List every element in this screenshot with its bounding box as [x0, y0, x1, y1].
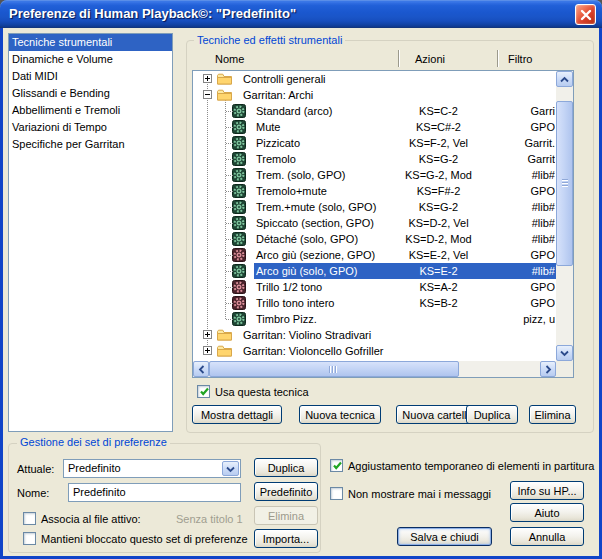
- tree-row[interactable]: Spiccato (section, GPO) KS=D-2, Vel #lib…: [193, 215, 556, 231]
- tree-row[interactable]: Trem.+mute (solo, GPO) KS=G-2 #lib#: [193, 199, 556, 215]
- technique-name: Détaché (solo, GPO): [256, 231, 358, 247]
- technique-name: Trillo tono intero: [256, 295, 334, 311]
- category-item[interactable]: Glissandi e Bending: [9, 85, 172, 102]
- technique-name: Arco giù (solo, GPO): [256, 263, 357, 279]
- preference-sets-groupbox: Gestione dei set di preferenze Attuale: …: [8, 443, 321, 553]
- technique-name: Standard (arco): [256, 103, 332, 119]
- technique-name: Timbro Pizz.: [256, 311, 317, 327]
- category-item[interactable]: Dinamiche e Volume: [9, 51, 172, 68]
- chevron-left-icon: [198, 365, 205, 374]
- tree-row[interactable]: Standard (arco) KS=C-2 Garri: [193, 103, 556, 119]
- tree-line-stub: [226, 175, 233, 176]
- tree-line-stub: [226, 239, 233, 240]
- technique-filter: GPO: [433, 295, 555, 311]
- combo-dropdown-button[interactable]: [222, 461, 239, 476]
- techniques-group-title: Tecniche ed effetti strumentali: [194, 34, 345, 46]
- tree-line-stub: [226, 303, 233, 304]
- expand-toggle-icon[interactable]: [203, 74, 212, 83]
- tree-row[interactable]: Mute KS=C#-2 GPO: [193, 119, 556, 135]
- techniques-tree-box[interactable]: Controlli generali: [192, 70, 574, 378]
- column-header-filter: Filtro: [508, 53, 532, 65]
- tree-row[interactable]: Arco giù (sezione, GPO) KS=E-2, Vel GPO: [193, 247, 556, 263]
- tree-row[interactable]: Garritan: Violino Stradivari: [193, 327, 556, 343]
- duplicate-technique-button[interactable]: Duplica: [466, 405, 518, 424]
- tree-row[interactable]: Tremolo+mute KS=F#-2 GPO: [193, 183, 556, 199]
- horizontal-scroll-thumb[interactable]: [209, 361, 459, 377]
- category-item[interactable]: Specifiche per Garritan: [9, 136, 172, 153]
- technique-filter: GPO: [433, 183, 555, 199]
- technique-name: Garritan: Archi: [243, 87, 313, 103]
- cancel-button[interactable]: Annulla: [510, 527, 584, 546]
- category-item[interactable]: Abbellimenti e Tremoli: [9, 102, 172, 119]
- horizontal-scrollbar[interactable]: [193, 361, 556, 377]
- tree-row[interactable]: Garritan: Violoncello Gofriller: [193, 343, 556, 359]
- category-label: Tecniche strumentali: [12, 36, 112, 48]
- tree-line-stub: [226, 159, 233, 160]
- use-technique-checkbox[interactable]: [197, 385, 210, 398]
- current-set-value: Predefinito: [68, 462, 121, 474]
- help-button[interactable]: Aiuto: [510, 503, 584, 522]
- import-button[interactable]: Importa...: [254, 529, 318, 548]
- technique-filter: GPO: [433, 279, 555, 295]
- technique-filter: #lib#: [433, 167, 555, 183]
- close-button[interactable]: [575, 4, 596, 25]
- technique-name: Trem.+mute (solo, GPO): [256, 199, 376, 215]
- delete-technique-button[interactable]: Elimina: [529, 405, 576, 424]
- temp-adjust-checkbox[interactable]: [330, 459, 343, 472]
- tree-line-stub: [226, 319, 233, 320]
- tree-row[interactable]: Timbro Pizz. pizz, u: [193, 311, 556, 327]
- category-item[interactable]: Dati MIDI: [9, 68, 172, 85]
- set-name-label: Nome:: [17, 487, 49, 499]
- tree-row[interactable]: Pizzicato KS=F-2, Vel Garrit.: [193, 135, 556, 151]
- title-bar[interactable]: Preferenze di Human Playback©: "Predefin…: [0, 0, 602, 28]
- tree-row[interactable]: Trillo tono intero KS=B-2 GPO: [193, 295, 556, 311]
- vertical-scrollbar[interactable]: [556, 71, 573, 361]
- checkmark-icon: [198, 385, 211, 398]
- preferences-dialog: Preferenze di Human Playback©: "Predefin…: [0, 0, 602, 559]
- tree-row[interactable]: Controlli generali: [193, 71, 556, 87]
- scroll-up-button[interactable]: [556, 71, 573, 87]
- tree-row[interactable]: Trillo 1/2 tono KS=A-2 GPO: [193, 279, 556, 295]
- tree-line-stub: [226, 127, 233, 128]
- categories-list[interactable]: Tecniche strumentali Dinamiche e Volume …: [8, 33, 173, 432]
- info-hp-button[interactable]: Info su HP...: [510, 481, 584, 500]
- scroll-down-button[interactable]: [556, 345, 573, 361]
- lock-set-checkbox[interactable]: [23, 532, 36, 545]
- expand-toggle-icon[interactable]: [203, 90, 212, 99]
- category-item[interactable]: Variazioni di Tempo: [9, 119, 172, 136]
- chevron-up-icon: [560, 76, 569, 83]
- tree-row[interactable]: Arco giù (solo, GPO) KS=E-2 #lib#: [193, 263, 556, 279]
- temp-adjust-label: Aggiustamento temporaneo di elementi in …: [348, 460, 594, 472]
- expand-toggle-icon[interactable]: [203, 330, 212, 339]
- tree-row[interactable]: Trem. (solo, GPO) KS=G-2, Mod #lib#: [193, 167, 556, 183]
- technique-filter: #lib#: [433, 199, 555, 215]
- attach-file-checkbox[interactable]: [23, 512, 36, 525]
- tree-line-stub: [226, 143, 233, 144]
- show-details-button[interactable]: Mostra dettagli: [192, 405, 282, 424]
- techniques-tree[interactable]: Controlli generali: [193, 71, 556, 361]
- window-border-left: [0, 28, 3, 559]
- no-messages-checkbox[interactable]: [330, 487, 343, 500]
- expand-toggle-icon[interactable]: [203, 346, 212, 355]
- new-technique-button[interactable]: Nuova tecnica: [299, 405, 381, 424]
- scroll-right-button[interactable]: [540, 361, 556, 377]
- default-set-button[interactable]: Predefinito: [254, 482, 318, 501]
- category-item[interactable]: Tecniche strumentali: [9, 34, 172, 51]
- use-technique-label: Usa questa tecnica: [215, 386, 309, 398]
- duplicate-set-button[interactable]: Duplica: [254, 458, 318, 477]
- tree-row[interactable]: Garritan: Archi: [193, 87, 556, 103]
- chevron-down-icon: [560, 350, 569, 357]
- tree-row[interactable]: Détaché (solo, GPO) KS=D-2, Mod #lib#: [193, 231, 556, 247]
- save-close-button[interactable]: Salva e chiudi: [397, 527, 492, 546]
- scroll-left-button[interactable]: [193, 361, 209, 377]
- category-label: Specifiche per Garritan: [12, 138, 125, 150]
- tree-row[interactable]: Tremolo KS=G-2 Garrit: [193, 151, 556, 167]
- lock-set-label: Mantieni bloccato questo set di preferen…: [41, 533, 248, 545]
- vertical-scroll-thumb[interactable]: [556, 101, 573, 266]
- set-name-input[interactable]: Predefinito: [68, 483, 241, 502]
- technique-name: Trillo 1/2 tono: [256, 279, 322, 295]
- technique-name: Garritan: Violoncello Gofriller: [243, 343, 383, 359]
- tree-line-stub: [226, 111, 233, 112]
- current-set-combobox[interactable]: Predefinito: [63, 459, 241, 478]
- technique-filter: GPO: [433, 247, 555, 263]
